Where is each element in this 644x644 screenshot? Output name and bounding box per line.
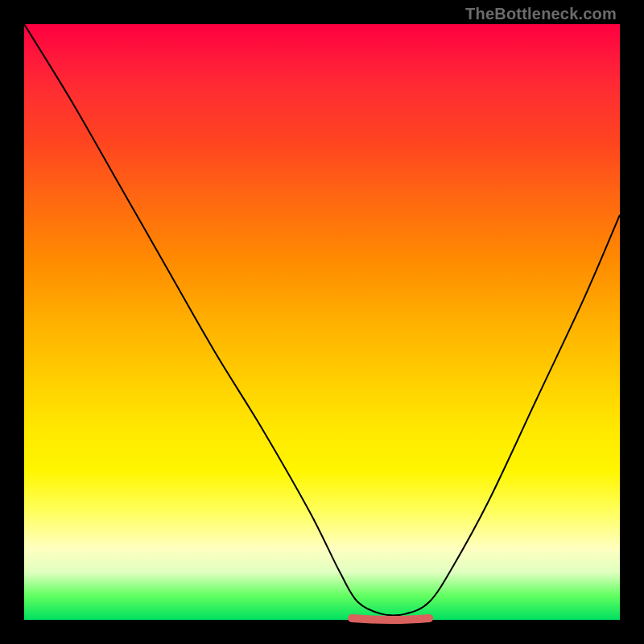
valley-marker bbox=[352, 618, 429, 620]
bottleneck-curve bbox=[24, 24, 620, 615]
curve-layer bbox=[24, 24, 620, 620]
chart-frame: TheBottleneck.com bbox=[0, 0, 644, 644]
plot-area bbox=[24, 24, 620, 620]
watermark-text: TheBottleneck.com bbox=[465, 5, 617, 23]
